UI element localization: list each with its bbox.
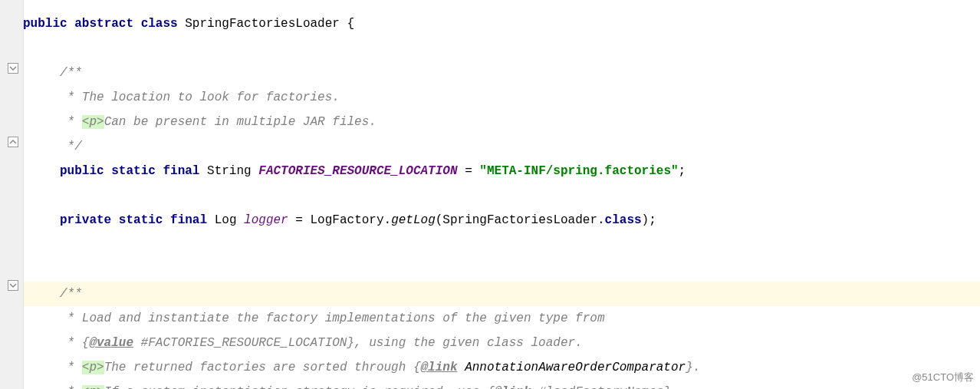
blank-line <box>23 183 980 208</box>
space <box>458 361 465 374</box>
args: (SpringFactoriesLoader. <box>436 213 605 227</box>
javadoc-text: #loadFactoryNames} <box>531 385 671 389</box>
class-ref: LogFactory. <box>311 213 392 227</box>
javadoc-text: #FACTORIES_RESOURCE_LOCATION}, using the… <box>133 336 583 350</box>
type: String <box>207 164 252 178</box>
javadoc-text: * The location to look for factories. <box>60 91 340 104</box>
field-name: logger <box>244 213 288 227</box>
fold-marker-icon[interactable] <box>8 280 18 291</box>
fold-marker-icon[interactable] <box>8 137 18 147</box>
blank-line <box>23 232 980 257</box>
html-tag-p: <p> <box>82 361 104 374</box>
javadoc-text: * <box>60 361 82 374</box>
brace: { <box>340 17 354 31</box>
html-tag-p: <p> <box>82 115 104 129</box>
code-line: public static final String FACTORIES_RES… <box>23 159 980 183</box>
keyword-abstract: abstract <box>74 17 133 31</box>
code-editor-content[interactable]: public abstract class SpringFactoriesLoa… <box>23 0 980 389</box>
constant-name: FACTORIES_RESOURCE_LOCATION <box>258 164 457 178</box>
javadoc-text: If a custom instantiation strategy is re… <box>104 385 495 389</box>
comment-line: * <p>If a custom instantiation strategy … <box>23 380 980 389</box>
type: Log <box>215 213 237 227</box>
keyword-private: private <box>60 213 111 227</box>
javadoc-text: The returned factories are sorted throug… <box>104 361 421 374</box>
editor-gutter <box>0 0 24 389</box>
watermark-text: @51CTO博客 <box>912 371 974 384</box>
comment-line-highlighted: /** <box>23 282 980 306</box>
blank-line <box>23 257 980 282</box>
javadoc-start: /** <box>60 66 82 80</box>
javadoc-text: Can be present in multiple JAR files. <box>104 115 377 129</box>
keyword-static: static <box>119 213 163 227</box>
comment-line: /** <box>23 61 980 85</box>
keyword-final: final <box>170 213 207 227</box>
blank-line <box>23 36 980 61</box>
javadoc-start: /** <box>60 287 82 301</box>
javadoc-text: }. <box>686 361 700 374</box>
comment-line: * {@value #FACTORIES_RESOURCE_LOCATION},… <box>23 331 980 355</box>
string-literal: "META-INF/spring.factories" <box>479 164 678 178</box>
linked-class: AnnotationAwareOrderComparator <box>465 361 686 374</box>
javadoc-text: * { <box>60 336 89 350</box>
javadoc-tag-link: @link <box>421 361 458 374</box>
method-call: getLog <box>391 213 436 227</box>
comment-line: * The location to look for factories. <box>23 85 980 110</box>
javadoc-tag-link: @link <box>495 385 531 389</box>
keyword-public: public <box>60 164 104 178</box>
keyword-static: static <box>111 164 156 178</box>
javadoc-end: */ <box>60 140 82 153</box>
keyword-public: public <box>23 17 67 31</box>
code-line: public abstract class SpringFactoriesLoa… <box>23 12 980 36</box>
html-tag-p: <p> <box>82 385 104 389</box>
comment-line: */ <box>23 134 980 159</box>
class-name: SpringFactoriesLoader <box>185 17 340 31</box>
keyword-class: class <box>141 17 178 31</box>
comment-line: * <p>Can be present in multiple JAR file… <box>23 110 980 134</box>
equals: = <box>465 164 479 178</box>
comment-line: * <p>The returned factories are sorted t… <box>23 355 980 380</box>
equals: = <box>295 213 310 227</box>
code-line: private static final Log logger = LogFac… <box>23 208 980 232</box>
keyword-final: final <box>163 164 199 178</box>
javadoc-text: * <box>60 385 82 389</box>
keyword-class: class <box>605 213 642 227</box>
javadoc-text: * <box>60 115 82 129</box>
semicolon: ; <box>679 164 686 178</box>
comment-line: * Load and instantiate the factory imple… <box>23 306 980 331</box>
close: ); <box>642 213 656 227</box>
javadoc-text: * Load and instantiate the factory imple… <box>60 312 605 325</box>
javadoc-tag-value: @value <box>89 336 133 350</box>
fold-marker-icon[interactable] <box>8 63 18 74</box>
